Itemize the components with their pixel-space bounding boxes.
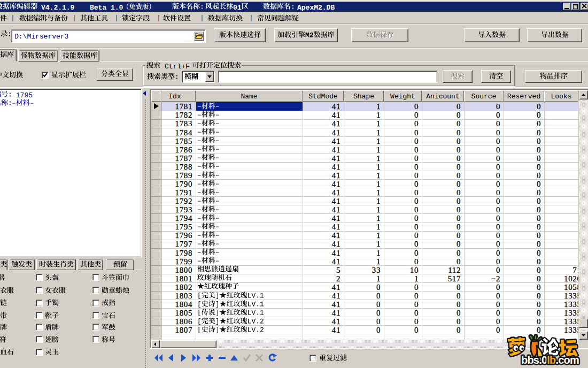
svg-text:bbs.0lb.com: bbs.0lb.com [521, 354, 579, 366]
